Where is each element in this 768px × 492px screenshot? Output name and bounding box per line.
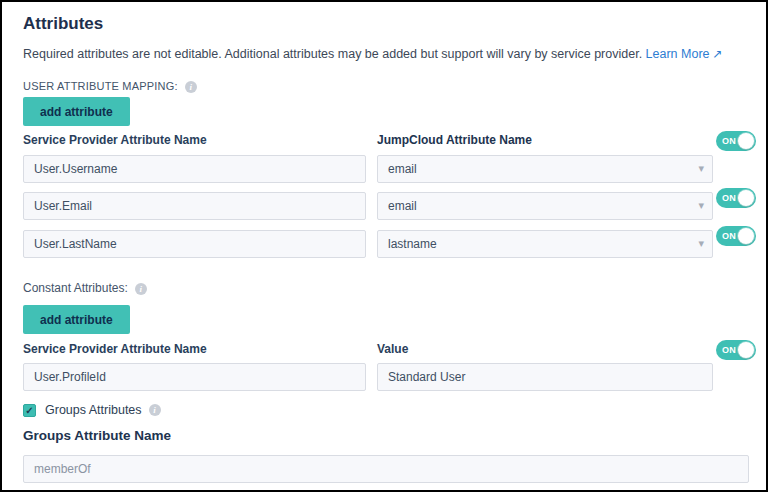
row-toggle[interactable]: ON (716, 188, 756, 208)
groups-attribute-name-input[interactable] (23, 455, 749, 483)
service-provider-attribute-input[interactable] (23, 155, 366, 183)
jumpcloud-attribute-select[interactable]: email ▾ (377, 192, 713, 220)
description: Required attributes are not editable. Ad… (23, 47, 752, 62)
toggle-on-label: ON (722, 345, 736, 355)
section-label-text: USER ATTRIBUTE MAPPING: (23, 80, 178, 92)
add-attribute-button[interactable]: add attribute (23, 97, 130, 126)
toggle-on-label: ON (722, 136, 736, 146)
mapping-row: email ▾ ON (23, 192, 752, 220)
user-attribute-mapping-section-label: USER ATTRIBUTE MAPPING: i (23, 80, 752, 92)
section-label-text: Constant Attributes: (23, 281, 128, 295)
toggle-knob (738, 228, 754, 244)
column-header-service-provider: Service Provider Attribute Name (23, 131, 366, 148)
toggle-on-label: ON (722, 231, 736, 241)
constant-attributes-section-label: Constant Attributes: i (23, 281, 752, 295)
toggle-on-label: ON (722, 193, 736, 203)
service-provider-attribute-input[interactable] (23, 230, 366, 258)
select-value: email (388, 162, 417, 176)
row-toggle[interactable]: ON (716, 226, 756, 246)
row-toggle[interactable]: ON (716, 131, 756, 151)
constant-value-input[interactable] (377, 363, 713, 391)
mapping-row: email ▾ (23, 155, 752, 183)
chevron-down-icon: ▾ (698, 200, 704, 211)
external-link-arrow-icon: ↗ (713, 47, 723, 61)
service-provider-attribute-input[interactable] (23, 363, 366, 391)
groups-attribute-name-header: Groups Attribute Name (23, 427, 752, 444)
toggle-knob (738, 190, 754, 206)
column-header-service-provider: Service Provider Attribute Name (23, 340, 366, 357)
attributes-panel: Attributes Required attributes are not e… (0, 0, 768, 492)
info-icon[interactable]: i (185, 81, 197, 93)
column-header-jumpcloud: JumpCloud Attribute Name (377, 131, 713, 148)
info-icon[interactable]: i (135, 283, 147, 295)
chevron-down-icon: ▾ (698, 163, 704, 174)
groups-attributes-label: Groups Attributes (45, 403, 142, 417)
row-toggle[interactable]: ON (716, 340, 756, 360)
add-attribute-button[interactable]: add attribute (23, 305, 130, 334)
constant-row (23, 363, 752, 391)
description-text: Required attributes are not editable. Ad… (23, 47, 642, 61)
mapping-row: lastname ▾ ON (23, 230, 752, 258)
groups-attributes-checkbox[interactable]: ✓ (23, 404, 36, 417)
constant-header-row: Service Provider Attribute Name Value ON (23, 340, 752, 360)
groups-attributes-row: ✓ Groups Attributes i (23, 403, 752, 417)
jumpcloud-attribute-select[interactable]: email ▾ (377, 155, 713, 183)
page-title: Attributes (23, 14, 752, 34)
info-icon[interactable]: i (149, 404, 161, 416)
mapping-header-row: Service Provider Attribute Name JumpClou… (23, 131, 752, 151)
select-value: lastname (388, 237, 437, 251)
service-provider-attribute-input[interactable] (23, 192, 366, 220)
chevron-down-icon: ▾ (698, 238, 704, 249)
learn-more-link[interactable]: Learn More (646, 47, 710, 61)
select-value: email (388, 199, 417, 213)
jumpcloud-attribute-select[interactable]: lastname ▾ (377, 230, 713, 258)
toggle-knob (738, 342, 754, 358)
column-header-value: Value (377, 340, 713, 357)
toggle-knob (738, 133, 754, 149)
